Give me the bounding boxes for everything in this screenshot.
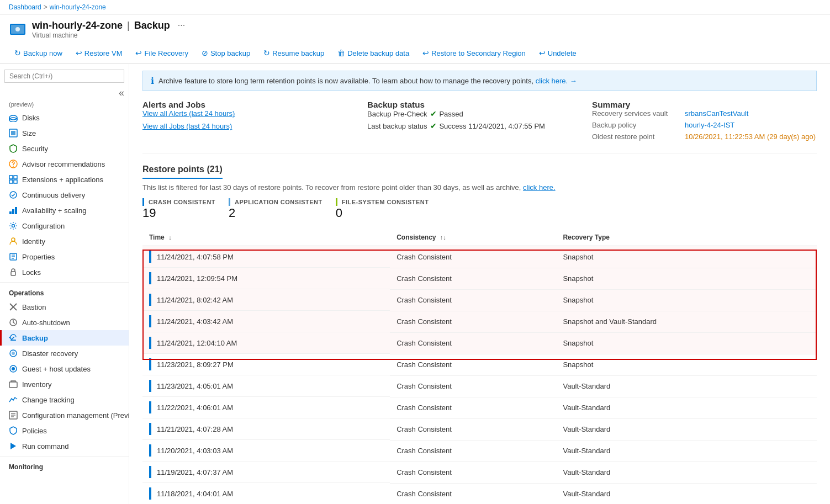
sidebar-item-policies[interactable]: Policies <box>0 423 129 438</box>
sidebar-item-properties[interactable]: Properties <box>0 249 129 264</box>
breadcrumb-sep: > <box>44 3 47 11</box>
table-row[interactable]: 11/24/2021, 12:09:54 PM Crash Consistent… <box>142 268 817 289</box>
vault-value-link[interactable]: srbansCanTestVault <box>685 109 748 118</box>
restore-points-title: Restore points (21) <box>142 165 223 179</box>
delete-backup-button[interactable]: 🗑 Delete backup data <box>332 46 415 60</box>
sidebar-collapse-button[interactable]: « <box>119 87 124 99</box>
more-options-button[interactable]: ··· <box>175 19 188 31</box>
row-indicator <box>149 294 151 306</box>
sidebar-item-inventory[interactable]: Inventory <box>0 376 129 392</box>
sidebar-item-identity[interactable]: Identity <box>0 234 129 249</box>
sidebar-item-bastion[interactable]: Bastion <box>0 299 129 315</box>
table-row[interactable]: 11/24/2021, 12:04:10 AM Crash Consistent… <box>142 332 817 354</box>
alerts-jobs-title: Alerts and Jobs <box>142 100 367 109</box>
table-row[interactable]: 11/24/2021, 4:03:42 AM Crash Consistent … <box>142 311 817 332</box>
breadcrumb-dashboard[interactable]: Dashboard <box>9 3 41 11</box>
time-column-header[interactable]: Time ↓ <box>142 229 390 246</box>
time-value: 11/24/2021, 4:07:58 PM <box>157 253 234 261</box>
sidebar-item-continuous-delivery[interactable]: Continuous delivery <box>0 187 129 203</box>
sidebar-item-configuration[interactable]: Configuration <box>0 218 129 234</box>
restore-points-link[interactable]: click here. <box>523 183 556 192</box>
config-mgmt-label: Configuration management (Preview) <box>22 411 129 420</box>
undelete-button[interactable]: ↩ Undelete <box>533 46 582 60</box>
stop-backup-button[interactable]: ⊘ Stop backup <box>196 46 256 60</box>
table-row[interactable]: 11/20/2021, 4:03:03 AM Crash Consistent … <box>142 440 817 461</box>
disks-label: Disks <box>22 114 40 122</box>
file-recovery-label: File Recovery <box>144 49 188 57</box>
sidebar-item-backup[interactable]: Backup <box>0 330 129 346</box>
sidebar-item-advisor[interactable]: Advisor recommendations <box>0 156 129 172</box>
sidebar-item-size[interactable]: Size <box>0 125 129 141</box>
sidebar-search-container <box>0 66 129 86</box>
row-indicator <box>149 401 151 413</box>
table-row[interactable]: 11/23/2021, 4:05:01 AM Crash Consistent … <box>142 375 817 397</box>
svg-rect-8 <box>11 131 15 135</box>
sidebar-item-change-tracking[interactable]: Change tracking <box>0 392 129 407</box>
row-indicator <box>149 466 151 478</box>
time-value: 11/24/2021, 12:04:10 AM <box>157 339 237 347</box>
backup-status-title: Backup status <box>367 100 592 109</box>
row-indicator <box>149 380 151 392</box>
properties-label: Properties <box>22 253 55 261</box>
svg-rect-18 <box>15 207 17 214</box>
sidebar-item-disaster-recovery[interactable]: Disaster recovery <box>0 346 129 361</box>
svg-point-19 <box>12 225 15 227</box>
view-alerts-link[interactable]: View all Alerts (last 24 hours) <box>142 109 235 118</box>
sidebar-item-guest-host[interactable]: Guest + host updates <box>0 361 129 376</box>
sidebar-item-security[interactable]: Security <box>0 141 129 156</box>
alerts-jobs-section: Alerts and Jobs View all Alerts (last 24… <box>142 100 367 144</box>
table-row[interactable]: 11/21/2021, 4:07:28 AM Crash Consistent … <box>142 418 817 440</box>
time-cell: 11/24/2021, 12:04:10 AM <box>142 332 390 354</box>
precheck-label: Backup Pre-Check <box>367 110 427 118</box>
sidebar-item-disks[interactable]: Disks <box>0 110 129 125</box>
recovery-type-cell: Vault-Standard <box>556 461 817 483</box>
svg-rect-29 <box>10 339 16 341</box>
file-recovery-button[interactable]: ↩ File Recovery <box>130 46 193 60</box>
sidebar-item-run-command[interactable]: Run command <box>0 438 129 454</box>
restore-points-section: Restore points (21) This list is filtere… <box>142 165 817 504</box>
recovery-type-cell: Vault-Standard <box>556 418 817 440</box>
sidebar-item-config-mgmt[interactable]: Configuration management (Preview) <box>0 407 129 423</box>
sidebar-item-availability[interactable]: Availability + scaling <box>0 203 129 218</box>
table-row[interactable]: 11/23/2021, 8:09:27 PM Crash Consistent … <box>142 354 817 375</box>
time-value: 11/20/2021, 4:03:03 AM <box>157 447 233 455</box>
sidebar-item-extensions[interactable]: Extensions + applications <box>0 172 129 187</box>
table-row[interactable]: 11/24/2021, 8:02:42 AM Crash Consistent … <box>142 289 817 311</box>
page-subtitle: Virtual machine <box>32 31 188 39</box>
run-command-icon <box>9 442 18 450</box>
sidebar-item-auto-shutdown[interactable]: Auto-shutdown <box>0 315 129 330</box>
table-row[interactable]: 11/19/2021, 4:07:37 AM Crash Consistent … <box>142 461 817 483</box>
sidebar-item-locks[interactable]: Locks <box>0 264 129 280</box>
info-banner: ℹ Archive feature to store long term ret… <box>142 71 817 91</box>
last-backup-value-container: ✔ Success 11/24/2021, 4:07:55 PM <box>430 121 545 130</box>
table-row[interactable]: 11/18/2021, 4:04:01 AM Crash Consistent … <box>142 483 817 504</box>
consistency-column-header[interactable]: Consistency ↑↓ <box>390 229 556 246</box>
search-input[interactable] <box>4 70 124 83</box>
resume-backup-button[interactable]: ↻ Resume backup <box>258 46 330 60</box>
restore-vm-icon: ↩ <box>76 49 82 57</box>
policy-value-link[interactable]: hourly-4-24-IST <box>685 121 734 129</box>
time-cell: 11/19/2021, 4:07:37 AM <box>142 461 390 483</box>
info-icon: ℹ <box>151 76 154 86</box>
stop-icon: ⊘ <box>202 49 208 57</box>
table-row[interactable]: 11/22/2021, 4:06:01 AM Crash Consistent … <box>142 397 817 418</box>
info-banner-link[interactable]: click here. → <box>536 77 577 85</box>
svg-rect-14 <box>14 180 17 183</box>
table-row[interactable]: 11/24/2021, 4:07:58 PM Crash Consistent … <box>142 246 817 268</box>
breadcrumb-vm[interactable]: win-hourly-24-zone <box>50 3 106 11</box>
restore-vm-button[interactable]: ↩ Restore VM <box>70 46 128 60</box>
backup-status-section: Backup status Backup Pre-Check ✔ Passed … <box>367 100 592 144</box>
disaster-recovery-icon <box>9 349 18 358</box>
backup-now-button[interactable]: ↻ Backup now <box>9 46 68 60</box>
time-value: 11/18/2021, 4:04:01 AM <box>157 490 233 498</box>
sidebar: « (preview) Disks Size Security Adviso <box>0 64 129 504</box>
restore-secondary-button[interactable]: ↩ Restore to Secondary Region <box>417 46 531 60</box>
view-jobs-link[interactable]: View all Jobs (last 24 hours) <box>142 122 232 130</box>
precheck-value-container: ✔ Passed <box>430 109 463 118</box>
time-cell: 11/24/2021, 4:07:58 PM <box>142 246 390 268</box>
config-mgmt-icon <box>9 411 18 420</box>
availability-icon <box>9 206 18 215</box>
policies-icon <box>9 426 18 435</box>
precheck-check-icon: ✔ <box>430 109 437 118</box>
run-command-label: Run command <box>22 442 69 450</box>
